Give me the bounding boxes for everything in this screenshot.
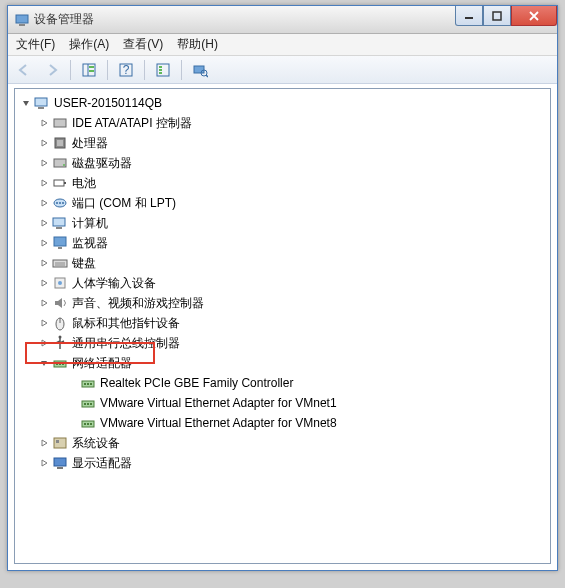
svg-point-27: [56, 202, 58, 204]
menu-file[interactable]: 文件(F): [16, 36, 55, 53]
expand-collapse-icon[interactable]: [37, 116, 51, 130]
tree-category[interactable]: 监视器: [17, 233, 548, 253]
help-button[interactable]: ?: [114, 59, 138, 81]
tree-category[interactable]: IDE ATA/ATAPI 控制器: [17, 113, 548, 133]
expand-collapse-icon[interactable]: [37, 216, 51, 230]
expand-collapse-icon[interactable]: [37, 196, 51, 210]
tree-category[interactable]: 显示适配器: [17, 453, 548, 473]
svg-rect-55: [84, 423, 86, 425]
expand-collapse-icon[interactable]: [37, 296, 51, 310]
expand-collapse-icon[interactable]: [19, 96, 33, 110]
tree-label: IDE ATA/ATAPI 控制器: [72, 115, 192, 132]
svg-rect-53: [90, 403, 92, 405]
no-twisty: [65, 396, 79, 410]
menubar: 文件(F) 操作(A) 查看(V) 帮助(H): [8, 34, 557, 56]
tree-label: 显示适配器: [72, 455, 132, 472]
menu-action[interactable]: 操作(A): [69, 36, 109, 53]
tree-category[interactable]: 声音、视频和游戏控制器: [17, 293, 548, 313]
tree-label: VMware Virtual Ethernet Adapter for VMne…: [100, 396, 337, 410]
forward-button[interactable]: [40, 59, 64, 81]
tree-device[interactable]: VMware Virtual Ethernet Adapter for VMne…: [17, 413, 548, 433]
device-tree-pane[interactable]: USER-20150114QBIDE ATA/ATAPI 控制器处理器磁盘驱动器…: [14, 88, 551, 564]
tree-category[interactable]: 键盘: [17, 253, 548, 273]
expand-collapse-icon[interactable]: [37, 456, 51, 470]
tree-label: 通用串行总线控制器: [72, 335, 180, 352]
no-twisty: [65, 416, 79, 430]
titlebar[interactable]: 设备管理器: [8, 6, 557, 34]
minimize-button[interactable]: [455, 6, 483, 26]
menu-view[interactable]: 查看(V): [123, 36, 163, 53]
maximize-button[interactable]: [483, 6, 511, 26]
expand-collapse-icon[interactable]: [37, 316, 51, 330]
expand-collapse-icon[interactable]: [37, 156, 51, 170]
tree-category[interactable]: 网络适配器: [17, 353, 548, 373]
ide-controller-icon: [52, 115, 68, 131]
tree-label: 声音、视频和游戏控制器: [72, 295, 204, 312]
svg-rect-49: [90, 383, 92, 385]
display-adapter-icon: [52, 455, 68, 471]
svg-point-28: [59, 202, 61, 204]
svg-rect-45: [62, 363, 64, 365]
details-button[interactable]: [151, 59, 175, 81]
device-manager-window: 设备管理器 文件(F) 操作(A) 查看(V) 帮助(H) ? USER-201…: [7, 5, 558, 571]
processor-icon: [52, 135, 68, 151]
computer-icon: [52, 215, 68, 231]
svg-rect-52: [87, 403, 89, 405]
tree-label: 端口 (COM 和 LPT): [72, 195, 176, 212]
svg-rect-18: [38, 107, 44, 109]
svg-rect-60: [54, 458, 66, 466]
svg-rect-17: [35, 98, 47, 106]
svg-rect-11: [159, 66, 162, 68]
menu-help[interactable]: 帮助(H): [177, 36, 218, 53]
svg-rect-19: [54, 119, 66, 127]
svg-rect-21: [57, 140, 63, 146]
tree-category[interactable]: 计算机: [17, 213, 548, 233]
svg-rect-59: [56, 440, 59, 443]
disk-drive-icon: [52, 155, 68, 171]
tree-category[interactable]: 端口 (COM 和 LPT): [17, 193, 548, 213]
battery-icon: [52, 175, 68, 191]
port-icon: [52, 195, 68, 211]
svg-rect-31: [56, 227, 62, 229]
expand-collapse-icon[interactable]: [37, 356, 51, 370]
svg-rect-14: [194, 66, 204, 73]
svg-rect-3: [493, 12, 501, 20]
toolbar-separator: [107, 60, 108, 80]
svg-rect-2: [465, 17, 473, 19]
tree-label: 鼠标和其他指针设备: [72, 315, 180, 332]
expand-collapse-icon[interactable]: [37, 136, 51, 150]
tree-device[interactable]: Realtek PCIe GBE Family Controller: [17, 373, 548, 393]
expand-collapse-icon[interactable]: [37, 256, 51, 270]
tree-category[interactable]: 人体学输入设备: [17, 273, 548, 293]
svg-rect-25: [64, 182, 66, 184]
toolbar-separator: [144, 60, 145, 80]
usb-controller-icon: [52, 335, 68, 351]
expand-collapse-icon[interactable]: [37, 276, 51, 290]
tree-category[interactable]: 磁盘驱动器: [17, 153, 548, 173]
svg-rect-30: [53, 218, 65, 226]
tree-label: 系统设备: [72, 435, 120, 452]
close-button[interactable]: [511, 6, 557, 26]
tree-category[interactable]: 系统设备: [17, 433, 548, 453]
expand-collapse-icon[interactable]: [37, 336, 51, 350]
tree-label: 人体学输入设备: [72, 275, 156, 292]
tree-category[interactable]: 电池: [17, 173, 548, 193]
scan-hardware-button[interactable]: [188, 59, 212, 81]
app-icon: [14, 12, 30, 28]
tree-category[interactable]: 处理器: [17, 133, 548, 153]
tree-category[interactable]: 通用串行总线控制器: [17, 333, 548, 353]
back-button[interactable]: [12, 59, 36, 81]
svg-rect-12: [159, 69, 162, 71]
toolbar: ?: [8, 56, 557, 84]
toolbar-separator: [70, 60, 71, 80]
svg-rect-24: [54, 180, 64, 186]
tree-root[interactable]: USER-20150114QB: [17, 93, 548, 113]
expand-collapse-icon[interactable]: [37, 176, 51, 190]
svg-rect-7: [89, 70, 94, 72]
tree-device[interactable]: VMware Virtual Ethernet Adapter for VMne…: [17, 393, 548, 413]
expand-collapse-icon[interactable]: [37, 436, 51, 450]
tree-category[interactable]: 鼠标和其他指针设备: [17, 313, 548, 333]
expand-collapse-icon[interactable]: [37, 236, 51, 250]
show-hide-tree-button[interactable]: [77, 59, 101, 81]
svg-rect-10: [157, 64, 169, 76]
